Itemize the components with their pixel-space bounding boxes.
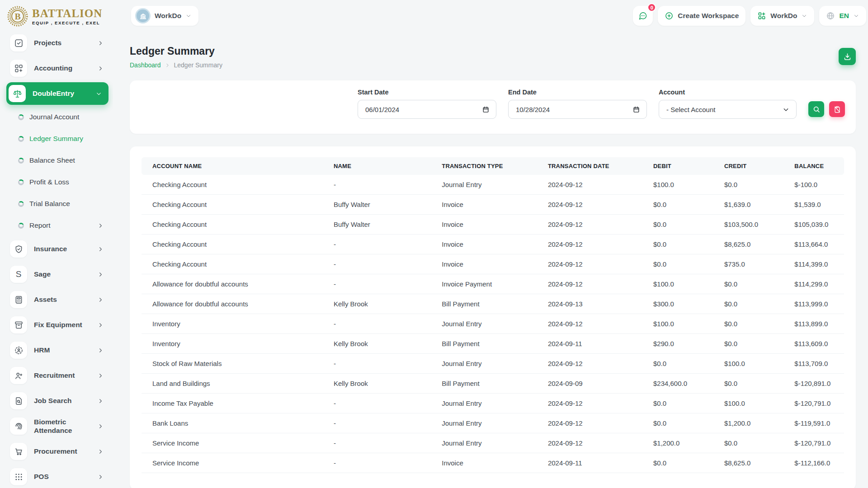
brand-logo[interactable]: B BATTALION EQUIP , EXECUTE , EXEL: [0, 0, 113, 30]
brand-emblem-icon: B: [6, 5, 29, 28]
cell-account-name: Checking Account: [142, 195, 323, 215]
cell-transaction-type: Invoice: [431, 195, 537, 215]
globe-icon: [826, 11, 835, 20]
main-area: WorkDo 0 Create Workspace WorkDo: [113, 0, 868, 488]
cell-transaction-type: Bill Payment: [431, 374, 537, 394]
sidebar-item-recruitment[interactable]: Recruitment: [6, 363, 110, 388]
job-search-icon: [10, 392, 27, 409]
chevron-down-icon: [801, 13, 807, 19]
cell-balance: $-120,891.0: [783, 374, 844, 394]
cell-account-name: Bank Loans: [142, 413, 323, 433]
cell-name: Kelly Brook: [323, 334, 431, 354]
cell-transaction-date: 2024-09-12: [537, 215, 642, 235]
cell-transaction-date: 2024-09-09: [537, 374, 642, 394]
bullet-icon: [18, 223, 24, 229]
accounting-icon: [10, 60, 27, 77]
sidebar-subitem-profit-loss[interactable]: Profit & Loss: [0, 171, 110, 193]
bullet-icon: [18, 136, 24, 142]
sidebar-item-label: Recruitment: [34, 371, 90, 380]
cell-credit: $1,639.0: [713, 195, 783, 215]
svg-text:B: B: [14, 11, 20, 21]
cell-account-name: Service Income: [142, 433, 323, 453]
sidebar-item-procurement[interactable]: Procurement: [6, 439, 110, 464]
cell-balance: $113,999.0: [783, 294, 844, 314]
sidebar-item-projects[interactable]: Projects: [6, 30, 110, 56]
cell-transaction-date: 2024-09-12: [537, 274, 642, 294]
cell-transaction-date: 2024-09-12: [537, 433, 642, 453]
workspace-switcher[interactable]: WorkDo: [131, 6, 198, 26]
column-header-account-name: ACCOUNT NAME: [142, 157, 323, 175]
sidebar-item-hrm[interactable]: HRM: [6, 338, 110, 363]
search-button[interactable]: [808, 101, 824, 117]
sidebar-subitem-trial-balance[interactable]: Trial Balance: [0, 193, 110, 215]
sidebar-subitem-report[interactable]: Report: [0, 215, 110, 236]
cell-account-name: Inventory: [142, 314, 323, 334]
account-select[interactable]: - Select Account: [659, 100, 797, 119]
sidebar-nav: ProjectsAccountingDoubleEntryJournal Acc…: [0, 30, 113, 488]
cell-transaction-type: Journal Entry: [431, 433, 537, 453]
app-menu-button[interactable]: WorkDo: [750, 6, 814, 26]
sidebar-item-label: Sage: [34, 270, 90, 278]
fix-equipment-icon: [10, 316, 27, 333]
cell-transaction-date: 2024-09-12: [537, 175, 642, 195]
app-root: B BATTALION EQUIP , EXECUTE , EXEL Proje…: [0, 0, 868, 488]
sidebar-item-doubleentry[interactable]: DoubleEntry: [6, 82, 108, 105]
workspace-switcher-label: WorkDo: [155, 12, 181, 20]
bullet-icon: [18, 158, 24, 164]
cell-account-name: Allowance for doubtful accounts: [142, 274, 323, 294]
language-button[interactable]: EN: [819, 6, 866, 26]
cell-credit: $100.0: [713, 394, 783, 413]
cell-transaction-type: Invoice: [431, 235, 537, 254]
procurement-icon: [10, 443, 27, 460]
breadcrumb-dashboard[interactable]: Dashboard: [130, 61, 161, 69]
table-row: Land and BuildingsKelly BrookBill Paymen…: [142, 374, 844, 394]
create-workspace-button[interactable]: Create Workspace: [658, 6, 745, 26]
start-date-input[interactable]: 06/01/2024: [358, 100, 496, 119]
sidebar-item-insurance[interactable]: Insurance: [6, 236, 110, 262]
sidebar-item-job-search[interactable]: Job Search: [6, 388, 110, 413]
cell-transaction-type: Bill Payment: [431, 334, 537, 354]
page-title: Ledger Summary: [130, 45, 222, 57]
chevron-right-icon: [97, 40, 104, 47]
chevron-down-icon: [95, 90, 102, 97]
column-header-name: NAME: [323, 157, 431, 175]
cell-account-name: Checking Account: [142, 235, 323, 254]
cell-transaction-type: Invoice: [431, 453, 537, 473]
download-button[interactable]: [839, 48, 856, 65]
cell-account-name: Income Tax Payable: [142, 394, 323, 413]
sidebar-item-pos[interactable]: POS: [6, 464, 110, 488]
chevron-down-icon: [853, 13, 859, 19]
topbar: WorkDo 0 Create Workspace WorkDo: [113, 0, 868, 32]
table-row: InventoryKelly BrookBill Payment2024-09-…: [142, 334, 844, 354]
sidebar-item-sage[interactable]: SSage: [6, 262, 110, 287]
cell-transaction-date: 2024-09-12: [537, 354, 642, 374]
cell-debit: $0.0: [642, 453, 713, 473]
table-row: Inventory-Journal Entry2024-09-12$100.0$…: [142, 314, 844, 334]
cell-credit: $0.0: [713, 374, 783, 394]
sidebar-subitem-ledger-summary[interactable]: Ledger Summary: [0, 128, 110, 150]
cell-name: -: [323, 394, 431, 413]
cell-name: -: [323, 453, 431, 473]
chevron-right-icon: [97, 322, 104, 328]
cell-transaction-type: Journal Entry: [431, 394, 537, 413]
cell-transaction-date: 2024-09-13: [537, 294, 642, 314]
messages-button[interactable]: 0: [633, 6, 653, 26]
chevron-right-icon: [97, 296, 104, 303]
sidebar-item-label: DoubleEntry: [33, 89, 89, 98]
start-date-value: 06/01/2024: [365, 106, 399, 113]
sidebar-item-assets[interactable]: Assets: [6, 287, 110, 312]
cell-transaction-type: Journal Entry: [431, 314, 537, 334]
sidebar-item-biometric-attendance[interactable]: Biometric Attendance: [6, 413, 110, 439]
sidebar-subitem-balance-sheet[interactable]: Balance Sheet: [0, 150, 110, 171]
sidebar-item-label: Fix Equipment: [34, 320, 90, 329]
sidebar-subitem-label: Report: [29, 221, 92, 230]
cell-balance: $-120,791.0: [783, 433, 844, 453]
sidebar-item-fix-equipment[interactable]: Fix Equipment: [6, 312, 110, 338]
sidebar-item-accounting[interactable]: Accounting: [6, 56, 110, 81]
sidebar-subitem-journal-account[interactable]: Journal Account: [0, 106, 110, 128]
end-date-value: 10/28/2024: [516, 106, 550, 113]
messages-badge: 0: [647, 3, 656, 12]
end-date-input[interactable]: 10/28/2024: [508, 100, 647, 119]
reset-filter-button[interactable]: [829, 101, 845, 117]
cell-transaction-date: 2024-09-12: [537, 195, 642, 215]
